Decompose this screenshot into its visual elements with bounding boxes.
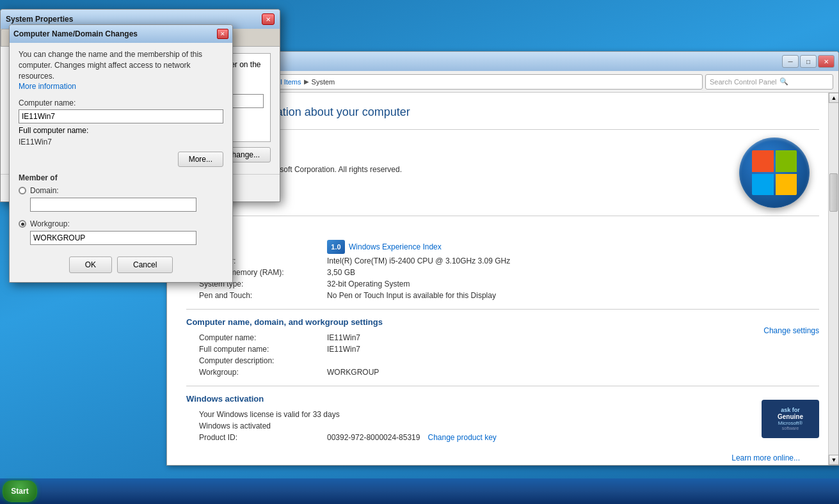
sp-close-button[interactable]: ✕ [262,13,275,25]
activation-info: Windows activation Your Windows license … [186,394,749,443]
cn-value: IE11Win7 [327,333,360,342]
cn-domain-label: Domain: [30,186,59,195]
processor-value: Intel(R) Core(TM) i5-2400 CPU @ 3.10GHz … [327,256,510,265]
search-box[interactable]: Search Control Panel 🔍 [705,74,833,90]
cn-dialog-title: Computer Name/Domain Changes [13,29,138,38]
memory-row: Installed memory (RAM): 3,50 GB [186,267,819,278]
full-cn-label: Full computer name: [199,345,327,354]
search-icon: 🔍 [779,77,788,86]
system-info: System Rating: 1.0 Windows Experience In… [186,224,819,301]
cn-radio-group: Domain: Workgroup: [19,186,223,248]
comp-desc-label: Computer description: [199,356,327,365]
cn-domain-row: Domain: [19,186,223,195]
search-placeholder: Search Control Panel [710,78,777,86]
cn-domain-radio[interactable] [19,187,26,194]
cn-cancel-button[interactable]: Cancel [117,256,173,273]
start-button[interactable]: Start [3,480,37,502]
system-type-value: 32-bit Operating System [327,280,410,288]
cn-domain-input[interactable] [30,198,196,212]
genuine-software: software [782,426,799,430]
genuine-badge-area: ask for Genuine Microsoft® software [762,394,819,443]
system-section: System Rating: 1.0 Windows Experience In… [186,216,819,309]
cp-close-button[interactable]: ✕ [818,55,835,68]
learn-more-row: Learn more online... [186,451,819,453]
cn-body: You can change the name and the membersh… [10,43,232,282]
cp-maximize-button[interactable]: □ [800,55,817,68]
full-cn-value: IE11Win7 [327,345,360,354]
cn-info-text: You can change the name and the membersh… [19,49,223,92]
scrollbar-vertical[interactable]: ▲ ▼ [828,93,838,465]
cp-window-controls: ─ □ ✕ [782,55,835,68]
rating-value: 1.0 [327,240,345,254]
system-type-row: System type: 32-bit Operating System [186,278,819,290]
product-id-label: Product ID: [199,433,327,442]
cn-workgroup-input-area [30,231,223,248]
taskbar: Start [0,478,839,504]
flag-q4 [776,174,797,196]
cn-info-text-content: You can change the name and the membersh… [19,50,202,81]
cn-workgroup-radio[interactable] [19,220,26,228]
cn-full-name-label: Full computer name: [19,126,223,135]
cn-close-button[interactable]: ✕ [217,29,228,39]
activation-status2-row: Windows is activated [186,420,749,432]
cn-member-of-label: Member of [19,173,223,182]
cn-more-info-link[interactable]: More information [19,82,76,91]
scroll-down-arrow[interactable]: ▼ [829,455,838,465]
activation-status1: Your Windows license is valid for 33 day… [199,410,340,419]
rating-badge: 1.0 Windows Experience Index [327,240,442,254]
memory-value: 3,50 GB [327,268,355,277]
cn-dialog: Computer Name/Domain Changes ✕ You can c… [9,24,233,283]
windows-edition-section: Windows edition Windows 7 Enterprise Cop… [186,129,819,216]
activation-status1-row: Your Windows license is valid for 33 day… [186,409,749,420]
computer-name-header: Computer name, domain, and workgroup set… [186,317,751,327]
product-id-row: Product ID: 00392-972-8000024-85319 Chan… [186,432,749,443]
change-settings-area: Change settings [763,317,819,378]
flag-q1 [752,150,774,172]
cn-workgroup-row: Workgroup: [19,219,223,228]
cn-ok-cancel: OK Cancel [19,251,223,276]
cn-computer-name-input[interactable] [19,109,223,123]
cn-label: Computer name: [199,333,327,342]
genuine-ms: Microsoft® [778,420,803,426]
change-settings-link[interactable]: Change settings [763,326,819,335]
change-product-key-link[interactable]: Change product key [427,433,496,442]
cn-workgroup-label: Workgroup: [30,219,70,228]
cn-titlebar: Computer Name/Domain Changes ✕ [10,25,232,43]
page-title: View basic information about your comput… [186,106,819,119]
windows-logo-area [730,138,819,208]
scroll-track [829,103,838,455]
cn-workgroup-input[interactable] [30,231,196,245]
workgroup-row: Workgroup: WORKGROUP [186,366,751,378]
cn-computer-name-label: Computer name: [19,98,223,107]
workgroup-value: WORKGROUP [327,368,379,377]
activation-status2: Windows is activated [199,421,271,430]
genuine-text: ask for [781,407,800,413]
computer-name-section: Computer name, domain, and workgroup set… [186,309,819,386]
sp-title: System Properties [6,15,73,24]
system-header: System [186,224,819,233]
cn-row: Computer name: IE11Win7 [186,332,751,343]
scroll-up-arrow[interactable]: ▲ [829,93,838,103]
flag-q2 [776,150,797,172]
cn-ok-button[interactable]: OK [69,256,112,273]
comp-desc-row: Computer description: [186,355,751,366]
cn-full-name-value: IE11Win7 [19,138,223,146]
pen-touch-row: Pen and Touch: No Pen or Touch Input is … [186,290,819,301]
workgroup-label: Workgroup: [199,368,327,377]
product-id-value: 00392-972-8000024-85319 [327,433,420,442]
processor-row: Processor: Intel(R) Core(TM) i5-2400 CPU… [186,255,819,267]
activation-section: Windows activation Your Windows license … [186,386,819,451]
breadcrumb-current: System [312,78,335,86]
rating-row: Rating: 1.0 Windows Experience Index [186,239,819,255]
flag-q3 [752,174,774,196]
genuine-brand: Genuine [778,413,803,420]
full-cn-row: Full computer name: IE11Win7 [186,343,751,355]
scroll-thumb[interactable] [829,173,838,212]
windows-flag-icon [752,150,797,195]
activation-header: Windows activation [186,394,749,404]
windows-experience-link[interactable]: Windows Experience Index [349,242,442,251]
cn-more-button[interactable]: More... [178,152,223,167]
learn-more-link[interactable]: Learn more online... [731,453,800,462]
cp-minimize-button[interactable]: ─ [782,55,799,68]
pen-touch-label: Pen and Touch: [199,291,327,300]
